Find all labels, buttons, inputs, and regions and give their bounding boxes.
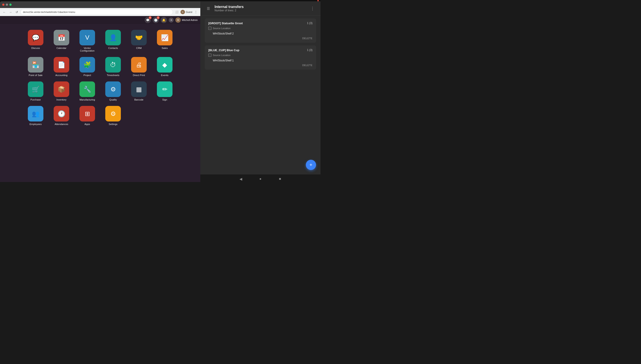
app-item-discuss[interactable]: 💬Discuss [24, 28, 47, 54]
app-label-employees: Employees [30, 123, 42, 126]
app-item-calendar[interactable]: 📅Calendar [50, 28, 72, 54]
transfer-card-blue_cup: [BLUE_CUP] Blue Cup 1 (3) + Source Locat… [205, 46, 316, 70]
browser-menu-icons: ⬜ G Guest ⋮ [174, 9, 198, 15]
app-icon-sign: ✏ [157, 82, 172, 97]
app-icon-manufacturing: 🔧 [80, 82, 95, 97]
right-panel: ☰ Internal transfers Number of lines: 2 … [200, 1, 320, 182]
panel-subtitle: Number of lines: 2 [214, 9, 244, 12]
app-label-accounting: Accounting [56, 74, 68, 76]
browser-titlebar [0, 1, 200, 8]
traffic-light-green[interactable] [9, 4, 12, 6]
app-item-apps[interactable]: ⊞Apps [76, 104, 98, 127]
cast-button[interactable]: ⬜ [174, 9, 180, 15]
app-icon-inventory: 📦 [54, 82, 69, 97]
back-nav-btn[interactable]: ◀ [238, 176, 244, 182]
card-title-groot: [GROOT] Statuette Groot [208, 22, 307, 25]
bottom-nav: ◀ ● ■ [200, 174, 320, 182]
app-item-events[interactable]: ◆Events [154, 56, 176, 78]
alert-icon-btn[interactable]: 🔔 [161, 17, 167, 23]
forward-button[interactable]: → [8, 10, 13, 14]
app-icon-attendances: 🕐 [54, 106, 69, 122]
chat-icon-btn[interactable]: 💬 68 [145, 17, 151, 23]
app-icon-events: ◆ [157, 57, 172, 72]
fab-button[interactable]: + [306, 160, 316, 170]
panel-content: [GROOT] Statuette Groot 1 (3) + Source L… [200, 16, 320, 182]
source-label-groot: Source Location [213, 27, 230, 30]
app-item-settings[interactable]: ⚙Settings [102, 104, 124, 127]
app-item-crm[interactable]: 🤝CRM [128, 28, 150, 54]
app-grid-container: 💬Discuss📅CalendarVVentor Configuration👤C… [0, 24, 200, 182]
traffic-light-red[interactable] [2, 4, 4, 6]
source-label-blue_cup: Source Location [213, 54, 230, 56]
reload-button[interactable]: ↺ [14, 10, 19, 14]
app-item-accounting[interactable]: 📄Accounting [50, 56, 72, 78]
app-label-project: Project [84, 74, 91, 76]
clock-icon-btn[interactable]: 🕐 52 [153, 17, 159, 23]
app-icon-quality: ⚙ [105, 82, 121, 97]
app-item-purchase[interactable]: 🛒Purchase [24, 80, 47, 102]
app-icon-employees: 👥 [28, 106, 44, 122]
app-item-sales[interactable]: 📈Sales [154, 28, 176, 54]
app-item-contacts[interactable]: 👤Contacts [102, 28, 124, 54]
app-item-manufacturing[interactable]: 🔧Manufacturing [76, 80, 98, 102]
app-label-apps: Apps [84, 123, 90, 126]
app-icon-purchase: 🛒 [28, 82, 44, 97]
panel-more-button[interactable]: ⋮ [309, 5, 316, 12]
app-icon-project: 🧩 [80, 57, 95, 72]
app-item-timesheets[interactable]: ⏱Timesheets [102, 56, 124, 78]
user-chip[interactable]: G Guest [180, 10, 192, 14]
source-icon-blue_cup: + [208, 54, 212, 57]
home-nav-btn[interactable]: ● [257, 176, 264, 182]
app-item-directprint[interactable]: 🖨Direct Print [128, 56, 150, 78]
app-icon-settings: ⚙ [105, 106, 121, 122]
app-label-purchase: Purchase [30, 98, 41, 101]
app-label-barcode: Barcode [134, 98, 144, 101]
app-item-ventor[interactable]: VVentor Configuration [76, 28, 98, 54]
app-icon-accounting: 📄 [54, 57, 69, 72]
source-value-blue_cup: WH/Stock/Shelf 1 [213, 59, 312, 62]
address-bar[interactable]: demo15e.ventor.tech/web#cids=1&action=me… [20, 9, 173, 15]
app-label-sign: Sign [162, 98, 167, 101]
back-button[interactable]: ← [2, 10, 7, 14]
app-grid: 💬Discuss📅CalendarVVentor Configuration👤C… [18, 28, 182, 127]
app-label-directprint: Direct Print [133, 74, 145, 76]
app-item-barcode[interactable]: ▦Barcode [128, 80, 150, 102]
odoo-topbar: 💬 68 🕐 52 🔔 ✕ M Mitchell Admin [0, 16, 200, 24]
app-label-calendar: Calendar [56, 47, 66, 50]
app-item-inventory[interactable]: 📦Inventory [50, 80, 72, 102]
app-label-inventory: Inventory [56, 98, 66, 101]
app-icon-barcode: ▦ [131, 82, 147, 97]
close-session-btn[interactable]: ✕ [169, 18, 174, 22]
url-text: demo15e.ventor.tech/web#cids=1&action=me… [23, 11, 75, 13]
app-label-pos: Point of Sale [29, 74, 42, 76]
app-item-project[interactable]: 🧩Project [76, 56, 98, 78]
app-icon-apps: ⊞ [80, 106, 95, 122]
square-nav-btn[interactable]: ■ [277, 176, 283, 182]
browser-more-button[interactable]: ⋮ [193, 9, 198, 15]
app-icon-timesheets: ⏱ [105, 57, 121, 72]
app-icon-discuss: 💬 [28, 30, 44, 46]
browser-panel: ← → ↺ demo15e.ventor.tech/web#cids=1&act… [0, 1, 200, 182]
source-value-groot: WH/Stock/Shelf 2 [213, 32, 312, 35]
app-icon-ventor: V [80, 30, 95, 46]
app-label-events: Events [161, 74, 168, 76]
browser-toolbar: ← → ↺ demo15e.ventor.tech/web#cids=1&act… [0, 8, 200, 16]
app-label-attendances: Attendances [54, 123, 68, 126]
app-item-pos[interactable]: 🏪Point of Sale [24, 56, 47, 78]
app-item-attendances[interactable]: 🕐Attendances [50, 104, 72, 127]
app-item-sign[interactable]: ✏Sign [154, 80, 176, 102]
app-item-quality[interactable]: ⚙Quality [102, 80, 124, 102]
app-item-employees[interactable]: 👥Employees [24, 104, 47, 127]
delete-btn-blue_cup[interactable]: DELETE [302, 64, 312, 66]
app-icon-directprint: 🖨 [131, 57, 147, 72]
app-icon-sales: 📈 [157, 30, 172, 46]
card-qty-blue_cup: 1 (3) [307, 48, 312, 52]
hamburger-button[interactable]: ☰ [205, 5, 212, 12]
traffic-light-yellow[interactable] [6, 4, 8, 6]
app-icon-crm: 🤝 [131, 30, 147, 46]
panel-title: Internal transfers [214, 5, 244, 9]
app-icon-calendar: 📅 [54, 30, 69, 46]
delete-btn-groot[interactable]: DELETE [302, 37, 312, 40]
app-label-settings: Settings [108, 123, 118, 126]
topbar-user[interactable]: M Mitchell Admin [176, 17, 198, 23]
